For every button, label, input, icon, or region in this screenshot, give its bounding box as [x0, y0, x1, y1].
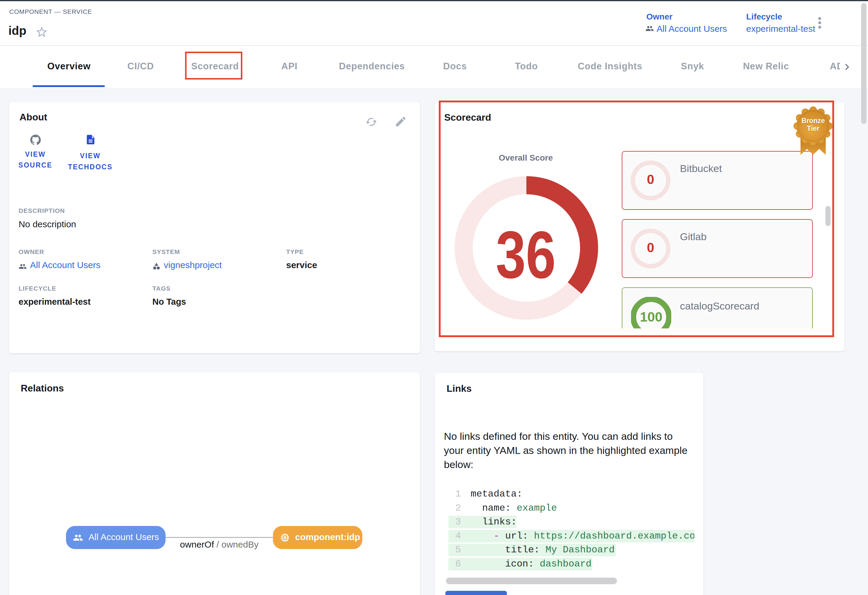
svg-text:Tier: Tier	[807, 124, 819, 132]
svg-text:Bronze: Bronze	[802, 117, 825, 124]
